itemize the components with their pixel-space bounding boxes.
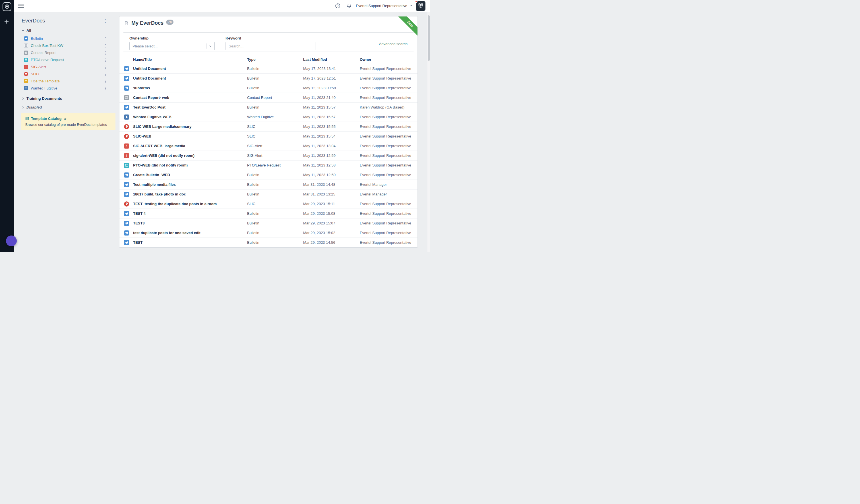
sidebar-item-label: Title the Template [31,79,100,83]
table-row[interactable]: SLIC WEB Large media/summary SLIC May 11… [119,122,417,132]
doc-modified: Mar 29, 2023 15:08 [303,211,360,216]
user-avatar[interactable] [416,1,426,11]
sidebar-item-title-template[interactable]: Title the Template [22,77,109,85]
sidebar-item-pto-leave-request[interactable]: PTO/Leave Request [22,56,109,63]
doc-type: PTO/Leave Request [247,163,303,167]
doc-name[interactable]: PTO-WEB (did not notify room) [133,163,247,167]
kebab-menu-icon[interactable] [102,50,109,55]
doc-type-icon-cell [124,95,133,100]
doc-name[interactable]: Test EverDoc Post [133,105,247,109]
doc-type-icon-cell [124,105,133,110]
table-row[interactable]: TEST3 Bulletin Mar 29, 2023 15:07 Everte… [119,219,417,228]
doc-name[interactable]: Untitled Document [133,66,247,71]
sidebar-section-training-documents[interactable]: Training Documents [22,96,109,101]
contact-report-icon [124,95,129,100]
chevron-down-icon [209,45,214,48]
user-menu[interactable]: Evertel Support Representative [356,4,412,8]
ownership-label: Ownership [129,36,215,40]
template-catalog-link[interactable]: Template Catalog [25,116,111,121]
doc-name[interactable]: Contact Report- web [133,95,247,100]
doc-modified: May 11, 2023 15:55 [303,124,360,129]
kebab-menu-icon[interactable] [102,86,109,91]
ownership-select[interactable]: Please select... [129,42,215,50]
create-new-button[interactable] [4,18,10,25]
doc-name[interactable]: SLIC WEB Large media/summary [133,124,247,129]
kebab-menu-icon[interactable] [102,57,109,62]
kebab-menu-icon[interactable] [102,36,109,41]
sig-alert-icon [24,65,28,69]
chat-launcher-button[interactable] [6,236,17,246]
kebab-menu-icon[interactable] [102,18,109,24]
help-button[interactable]: ? [334,2,341,9]
advanced-search-link[interactable]: Advanced search [379,42,407,46]
doc-name[interactable]: SIG ALERT WEB- large media [133,144,247,148]
doc-name[interactable]: SLIC-WEB [133,134,247,138]
table-row[interactable]: Test multiple media files Bulletin Mar 3… [119,180,417,190]
table-row[interactable]: TEST Bulletin Mar 29, 2023 14:56 Evertel… [119,238,417,248]
contact-report-icon [24,50,28,55]
sidebar-section-disabled[interactable]: Disabled [22,105,109,109]
sidebar-item-slic[interactable]: SLIC [22,71,109,77]
doc-owner: Evertel Support Representative [360,173,413,177]
help-icon: ? [334,3,341,9]
sidebar-item-sig-alert[interactable]: SIG-Alert [22,63,109,71]
table-row[interactable]: Create Bulletin- WEB Bulletin May 11, 20… [119,170,417,180]
table-row[interactable]: TEST 4 Bulletin Mar 29, 2023 15:08 Evert… [119,209,417,219]
doc-type: SIG-Alert [247,153,303,158]
template-type-icon-slot [24,57,28,62]
table-row[interactable]: 18617 build, take photo in doc Bulletin … [119,190,417,199]
sidebar-section-all[interactable]: All [22,28,109,33]
doc-name[interactable]: Test multiple media files [133,182,247,187]
keyword-search-input[interactable] [226,42,315,50]
kebab-menu-icon[interactable] [102,64,109,70]
wanted-fugitive-icon [124,115,129,120]
table-row[interactable]: Wanted Fugitive-WEB Wanted Fugitive May … [119,112,417,122]
template-catalog-card[interactable]: Template Catalog Browse our catalog of p… [21,113,115,130]
pto-leave-request-icon [124,163,129,168]
doc-name[interactable]: test duplicate posts for one saved edit [133,231,247,235]
kebab-menu-icon[interactable] [102,72,109,77]
table-row[interactable]: SIG ALERT WEB- large media SIG-Alert May… [119,141,417,151]
doc-name[interactable]: TEST 4 [133,211,247,216]
doc-type: Bulletin [247,211,303,216]
doc-name[interactable]: Untitled Document [133,76,247,80]
evertel-logo[interactable] [3,2,11,11]
table-row[interactable]: TEST- testing the duplicate doc posts in… [119,199,417,209]
sidebar-item-check-box[interactable]: Check Box Test KW [22,42,109,49]
table-row[interactable]: sig-alert-WEB (did not notify room) SIG-… [119,151,417,161]
kebab-menu-icon[interactable] [102,79,109,84]
doc-type: Bulletin [247,105,303,109]
table-row[interactable]: Test EverDoc Post Bulletin May 11, 2023 … [119,103,417,112]
doc-name[interactable]: Create Bulletin- WEB [133,173,247,177]
kebab-menu-icon[interactable] [102,43,109,48]
section-label: Training Documents [27,96,62,101]
table-row[interactable]: Contact Report- web Contact Report May 1… [119,93,417,103]
doc-name[interactable]: TEST- testing the duplicate doc posts in… [133,202,247,206]
doc-name[interactable]: TEST3 [133,221,247,225]
doc-name[interactable]: 18617 build, take photo in doc [133,192,247,196]
my-everdocs-card: Beta My EverDocs 78 Ownership Please sel… [119,16,417,248]
doc-name[interactable]: TEST [133,240,247,244]
doc-modified: May 17, 2023 13:41 [303,66,360,71]
table-row[interactable]: subforms Bulletin May 12, 2023 09:58 Eve… [119,83,417,93]
chevron-right-icon [22,97,25,100]
bell-icon [345,3,352,9]
ownership-select-value: Please select... [132,44,206,48]
table-row[interactable]: SLIC-WEB SLIC May 11, 2023 15:54 Evertel… [119,132,417,141]
doc-owner: Evertel Support Representative [360,115,413,119]
table-row[interactable]: Untitled Document Bulletin May 17, 2023 … [119,74,417,83]
table-row[interactable]: Untitled Document Bulletin May 17, 2023 … [119,64,417,74]
doc-name[interactable]: sig-alert-WEB (did not notify room) [133,153,247,158]
bulletin-icon [124,66,129,71]
doc-name[interactable]: Wanted Fugitive-WEB [133,115,247,119]
sidebar-item-wanted-fugitive[interactable]: Wanted Fugitive [22,85,109,92]
scrollbar-thumb[interactable] [428,15,430,61]
sidebar-item-contact-report[interactable]: Contact Report [22,49,109,56]
table-row[interactable]: test duplicate posts for one saved edit … [119,228,417,238]
sidebar-item-bulletin[interactable]: Bulletin [22,35,109,42]
bulletin-icon [124,240,129,245]
doc-name[interactable]: subforms [133,86,247,90]
hamburger-menu-button[interactable] [18,3,24,9]
notifications-button[interactable] [345,2,352,9]
table-row[interactable]: PTO-WEB (did not notify room) PTO/Leave … [119,161,417,170]
